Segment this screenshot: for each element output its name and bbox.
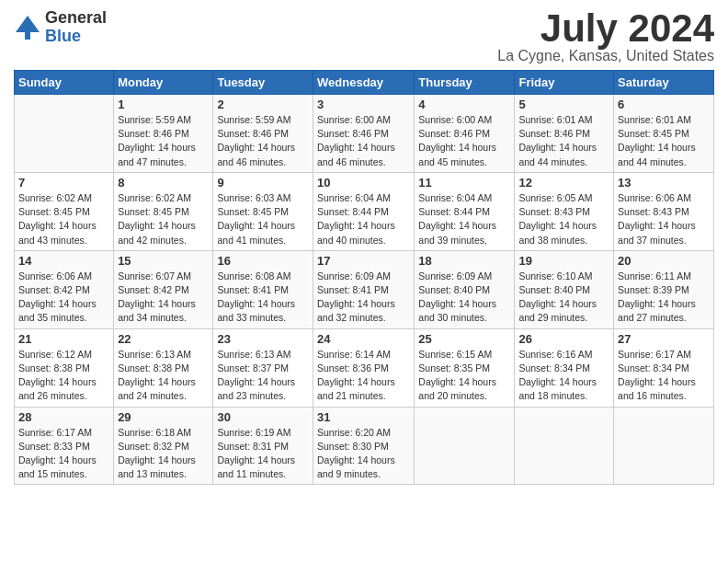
- day-number: 4: [418, 98, 510, 111]
- day-number: 5: [518, 98, 609, 111]
- calendar-cell: 29Sunrise: 6:18 AM Sunset: 8:32 PM Dayli…: [114, 407, 213, 485]
- calendar-cell: 14Sunrise: 6:06 AM Sunset: 8:42 PM Dayli…: [15, 250, 114, 328]
- weekday-header: Sunday: [15, 71, 114, 95]
- day-info: Sunrise: 6:02 AM Sunset: 8:45 PM Dayligh…: [18, 191, 109, 247]
- day-number: 11: [418, 176, 510, 190]
- calendar-cell: 4Sunrise: 6:00 AM Sunset: 8:46 PM Daylig…: [415, 95, 515, 173]
- day-info: Sunrise: 6:06 AM Sunset: 8:42 PM Dayligh…: [18, 270, 109, 326]
- day-number: 13: [618, 176, 710, 190]
- calendar-week-row: 28Sunrise: 6:17 AM Sunset: 8:33 PM Dayli…: [15, 407, 714, 485]
- calendar-cell: 11Sunrise: 6:04 AM Sunset: 8:44 PM Dayli…: [415, 172, 515, 250]
- day-info: Sunrise: 6:07 AM Sunset: 8:42 PM Dayligh…: [118, 270, 209, 326]
- day-info: Sunrise: 6:16 AM Sunset: 8:34 PM Dayligh…: [518, 348, 609, 404]
- location-title: La Cygne, Kansas, United States: [497, 48, 714, 64]
- day-number: 24: [317, 332, 410, 346]
- day-info: Sunrise: 6:01 AM Sunset: 8:46 PM Dayligh…: [518, 113, 609, 169]
- logo-text: General Blue: [45, 9, 107, 46]
- day-number: 18: [418, 254, 510, 268]
- day-info: Sunrise: 6:14 AM Sunset: 8:36 PM Dayligh…: [317, 348, 410, 404]
- calendar-cell: 17Sunrise: 6:09 AM Sunset: 8:41 PM Dayli…: [313, 250, 415, 328]
- month-title: July 2024: [497, 9, 714, 48]
- weekday-header: Tuesday: [213, 71, 313, 95]
- day-info: Sunrise: 6:18 AM Sunset: 8:32 PM Dayligh…: [118, 426, 209, 482]
- day-number: 19: [518, 254, 609, 268]
- day-number: 7: [18, 176, 109, 190]
- day-info: Sunrise: 6:20 AM Sunset: 8:30 PM Dayligh…: [317, 426, 410, 482]
- day-info: Sunrise: 6:19 AM Sunset: 8:31 PM Dayligh…: [217, 426, 309, 482]
- day-number: 20: [618, 254, 710, 268]
- calendar-cell: 12Sunrise: 6:05 AM Sunset: 8:43 PM Dayli…: [515, 172, 614, 250]
- weekday-header: Wednesday: [313, 71, 415, 95]
- calendar-cell: 13Sunrise: 6:06 AM Sunset: 8:43 PM Dayli…: [614, 172, 714, 250]
- day-info: Sunrise: 5:59 AM Sunset: 8:46 PM Dayligh…: [217, 113, 309, 169]
- calendar-cell: 27Sunrise: 6:17 AM Sunset: 8:34 PM Dayli…: [614, 328, 714, 407]
- svg-rect-1: [25, 32, 30, 40]
- calendar-cell: 30Sunrise: 6:19 AM Sunset: 8:31 PM Dayli…: [213, 407, 313, 485]
- day-info: Sunrise: 6:00 AM Sunset: 8:46 PM Dayligh…: [418, 113, 510, 169]
- day-info: Sunrise: 6:13 AM Sunset: 8:37 PM Dayligh…: [217, 348, 309, 404]
- calendar-week-row: 7Sunrise: 6:02 AM Sunset: 8:45 PM Daylig…: [15, 172, 714, 250]
- calendar-cell: 3Sunrise: 6:00 AM Sunset: 8:46 PM Daylig…: [313, 95, 415, 173]
- day-number: 31: [317, 410, 410, 424]
- logo: General Blue: [14, 9, 107, 46]
- day-number: 30: [217, 410, 309, 424]
- day-number: 1: [118, 98, 209, 111]
- day-number: 28: [18, 410, 109, 424]
- weekday-header: Monday: [114, 71, 213, 95]
- day-info: Sunrise: 5:59 AM Sunset: 8:46 PM Dayligh…: [118, 113, 209, 169]
- calendar-cell: 6Sunrise: 6:01 AM Sunset: 8:45 PM Daylig…: [614, 95, 714, 173]
- day-number: 8: [118, 176, 209, 190]
- day-number: 14: [18, 254, 109, 268]
- calendar: SundayMondayTuesdayWednesdayThursdayFrid…: [14, 70, 714, 485]
- day-number: 12: [518, 176, 609, 190]
- day-info: Sunrise: 6:00 AM Sunset: 8:46 PM Dayligh…: [317, 113, 410, 169]
- day-info: Sunrise: 6:04 AM Sunset: 8:44 PM Dayligh…: [418, 191, 510, 247]
- calendar-cell: 10Sunrise: 6:04 AM Sunset: 8:44 PM Dayli…: [313, 172, 415, 250]
- calendar-week-row: 1Sunrise: 5:59 AM Sunset: 8:46 PM Daylig…: [15, 95, 714, 173]
- calendar-cell: [614, 407, 714, 485]
- calendar-cell: 28Sunrise: 6:17 AM Sunset: 8:33 PM Dayli…: [15, 407, 114, 485]
- day-info: Sunrise: 6:04 AM Sunset: 8:44 PM Dayligh…: [317, 191, 410, 247]
- day-number: 23: [217, 332, 309, 346]
- calendar-cell: [515, 407, 614, 485]
- calendar-cell: 26Sunrise: 6:16 AM Sunset: 8:34 PM Dayli…: [515, 328, 614, 407]
- day-number: 10: [317, 176, 410, 190]
- weekday-header: Thursday: [415, 71, 515, 95]
- day-number: 29: [118, 410, 209, 424]
- logo-general-text: General: [45, 9, 107, 28]
- logo-blue-text: Blue: [45, 28, 107, 46]
- day-info: Sunrise: 6:11 AM Sunset: 8:39 PM Dayligh…: [618, 270, 710, 326]
- day-number: 27: [618, 332, 710, 346]
- svg-marker-0: [16, 16, 40, 32]
- day-info: Sunrise: 6:10 AM Sunset: 8:40 PM Dayligh…: [518, 270, 609, 326]
- calendar-cell: 5Sunrise: 6:01 AM Sunset: 8:46 PM Daylig…: [515, 95, 614, 173]
- day-info: Sunrise: 6:02 AM Sunset: 8:45 PM Dayligh…: [118, 191, 209, 247]
- weekday-header: Friday: [515, 71, 614, 95]
- calendar-cell: 9Sunrise: 6:03 AM Sunset: 8:45 PM Daylig…: [213, 172, 313, 250]
- day-info: Sunrise: 6:06 AM Sunset: 8:43 PM Dayligh…: [618, 191, 710, 247]
- day-number: 9: [217, 176, 309, 190]
- calendar-week-row: 21Sunrise: 6:12 AM Sunset: 8:38 PM Dayli…: [15, 328, 714, 407]
- day-number: 16: [217, 254, 309, 268]
- day-info: Sunrise: 6:08 AM Sunset: 8:41 PM Dayligh…: [217, 270, 309, 326]
- calendar-cell: [15, 95, 114, 173]
- day-info: Sunrise: 6:17 AM Sunset: 8:33 PM Dayligh…: [18, 426, 109, 482]
- calendar-cell: 21Sunrise: 6:12 AM Sunset: 8:38 PM Dayli…: [15, 328, 114, 407]
- calendar-cell: 22Sunrise: 6:13 AM Sunset: 8:38 PM Dayli…: [114, 328, 213, 407]
- day-number: 17: [317, 254, 410, 268]
- header: General Blue July 2024 La Cygne, Kansas,…: [14, 9, 714, 64]
- day-info: Sunrise: 6:09 AM Sunset: 8:41 PM Dayligh…: [317, 270, 410, 326]
- day-info: Sunrise: 6:09 AM Sunset: 8:40 PM Dayligh…: [418, 270, 510, 326]
- day-number: 15: [118, 254, 209, 268]
- calendar-cell: [415, 407, 515, 485]
- title-area: July 2024 La Cygne, Kansas, United State…: [497, 9, 714, 64]
- day-number: 6: [618, 98, 710, 111]
- calendar-cell: 8Sunrise: 6:02 AM Sunset: 8:45 PM Daylig…: [114, 172, 213, 250]
- calendar-cell: 2Sunrise: 5:59 AM Sunset: 8:46 PM Daylig…: [213, 95, 313, 173]
- calendar-cell: 18Sunrise: 6:09 AM Sunset: 8:40 PM Dayli…: [415, 250, 515, 328]
- calendar-cell: 16Sunrise: 6:08 AM Sunset: 8:41 PM Dayli…: [213, 250, 313, 328]
- calendar-cell: 19Sunrise: 6:10 AM Sunset: 8:40 PM Dayli…: [515, 250, 614, 328]
- day-number: 2: [217, 98, 309, 111]
- calendar-cell: 23Sunrise: 6:13 AM Sunset: 8:37 PM Dayli…: [213, 328, 313, 407]
- day-number: 3: [317, 98, 410, 111]
